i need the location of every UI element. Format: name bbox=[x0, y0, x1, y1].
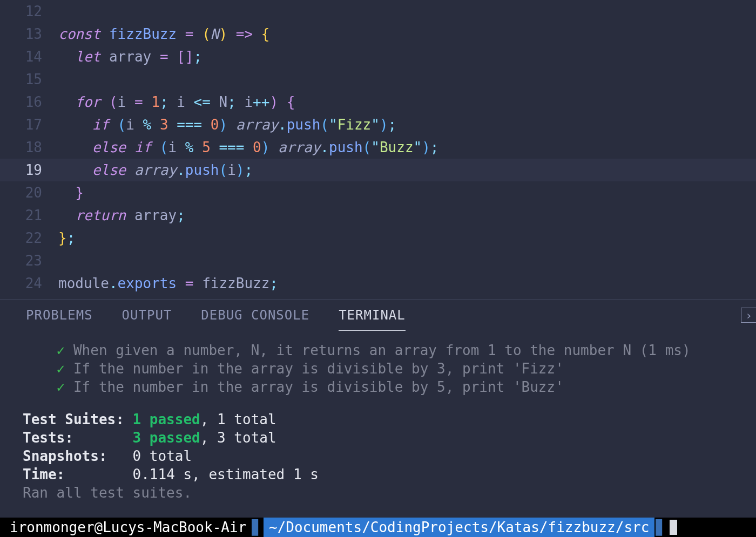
code-content: else if (i % 5 === 0) array.push("Buzz")… bbox=[58, 136, 439, 159]
editor-line[interactable]: 22}; bbox=[0, 227, 756, 249]
summary-snapshots-label: Snapshots: bbox=[23, 448, 107, 464]
code-content: if (i % 3 === 0) array.push("Fizz"); bbox=[58, 113, 396, 136]
line-number: 20 bbox=[0, 181, 58, 204]
code-content: for (i = 1; i <= N; i++) { bbox=[58, 91, 295, 113]
summary-footer: Ran all test suites. bbox=[23, 485, 192, 501]
check-icon: ✓ bbox=[23, 361, 73, 377]
line-number: 16 bbox=[0, 91, 58, 113]
editor-line[interactable]: 25 bbox=[0, 295, 756, 300]
line-number: 25 bbox=[0, 295, 58, 300]
panel-tabs: PROBLEMSOUTPUTDEBUG CONSOLETERMINAL › bbox=[0, 300, 756, 330]
prompt-separator-icon: ▊ bbox=[251, 518, 264, 537]
summary-suites-label: Test Suites: bbox=[23, 411, 124, 427]
summary-time-rest: 0.114 s, estimated 1 s bbox=[133, 466, 319, 482]
code-content: }; bbox=[58, 227, 75, 249]
prompt-host: ironmonger@Lucys-MacBook-Air bbox=[0, 518, 251, 537]
chevron-right-icon: › bbox=[745, 309, 752, 322]
editor-line[interactable]: 24module.exports = fizzBuzz; bbox=[0, 272, 756, 295]
summary-tests-pass: 3 passed bbox=[133, 430, 200, 446]
prompt-path: ~/Documents/CodingProjects/Katas/fizzbuz… bbox=[264, 518, 654, 537]
summary-time-label: Time: bbox=[23, 466, 65, 482]
editor-line[interactable]: 16 for (i = 1; i <= N; i++) { bbox=[0, 91, 756, 113]
prompt-cursor bbox=[667, 518, 677, 537]
summary-tests-rest: , 3 total bbox=[200, 430, 276, 446]
summary-suites-rest: , 1 total bbox=[200, 411, 276, 427]
line-number: 22 bbox=[0, 227, 58, 249]
terminal-output[interactable]: ✓ When given a number, N, it returns an … bbox=[0, 330, 756, 502]
check-icon: ✓ bbox=[23, 379, 73, 395]
panel-tab-debug-console[interactable]: DEBUG CONSOLE bbox=[201, 300, 309, 330]
editor-line[interactable]: 20 } bbox=[0, 181, 756, 204]
code-content: module.exports = fizzBuzz; bbox=[58, 272, 278, 295]
editor-line[interactable]: 19 else array.push(i); bbox=[0, 159, 756, 181]
summary-tests-label: Tests: bbox=[23, 430, 73, 446]
editor-line[interactable]: 13const fizzBuzz = (N) => { bbox=[0, 23, 756, 45]
line-number: 15 bbox=[0, 68, 58, 91]
code-content: else array.push(i); bbox=[58, 159, 253, 181]
editor-line[interactable]: 21 return array; bbox=[0, 204, 756, 227]
line-number: 23 bbox=[0, 249, 58, 272]
panel-tab-output[interactable]: OUTPUT bbox=[122, 300, 172, 330]
panel-close-button[interactable]: › bbox=[741, 308, 756, 323]
editor-line[interactable]: 23 bbox=[0, 249, 756, 272]
line-number: 14 bbox=[0, 45, 58, 68]
panel-tab-terminal[interactable]: TERMINAL bbox=[339, 300, 406, 331]
line-number: 18 bbox=[0, 136, 58, 159]
line-number: 13 bbox=[0, 23, 58, 45]
editor-line[interactable]: 12 bbox=[0, 0, 756, 23]
line-number: 21 bbox=[0, 204, 58, 227]
test-result-line: ✓ If the number in the array is divisibl… bbox=[23, 378, 733, 396]
line-number: 12 bbox=[0, 0, 58, 23]
line-number: 19 bbox=[0, 159, 58, 181]
test-result-line: ✓ When given a number, N, it returns an … bbox=[23, 341, 733, 359]
code-content: let array = []; bbox=[58, 45, 202, 68]
editor-line[interactable]: 18 else if (i % 5 === 0) array.push("Buz… bbox=[0, 136, 756, 159]
check-icon: ✓ bbox=[23, 342, 73, 358]
code-editor[interactable]: 1213const fizzBuzz = (N) => {14 let arra… bbox=[0, 0, 756, 300]
editor-line[interactable]: 17 if (i % 3 === 0) array.push("Fizz"); bbox=[0, 113, 756, 136]
line-number: 17 bbox=[0, 113, 58, 136]
editor-line[interactable]: 15 bbox=[0, 68, 756, 91]
summary-snapshots-rest: 0 total bbox=[133, 448, 192, 464]
test-result-line: ✓ If the number in the array is divisibl… bbox=[23, 359, 733, 378]
code-content: return array; bbox=[58, 204, 185, 227]
shell-prompt[interactable]: ironmonger@Lucys-MacBook-Air ▊ ~/Documen… bbox=[0, 518, 756, 537]
panel-tab-problems[interactable]: PROBLEMS bbox=[26, 300, 93, 330]
code-content: } bbox=[58, 181, 84, 204]
line-number: 24 bbox=[0, 272, 58, 295]
code-content: const fizzBuzz = (N) => { bbox=[58, 23, 269, 45]
summary-suites-pass: 1 passed bbox=[133, 411, 200, 427]
prompt-separator-icon: ▊ bbox=[654, 518, 667, 537]
editor-line[interactable]: 14 let array = []; bbox=[0, 45, 756, 68]
